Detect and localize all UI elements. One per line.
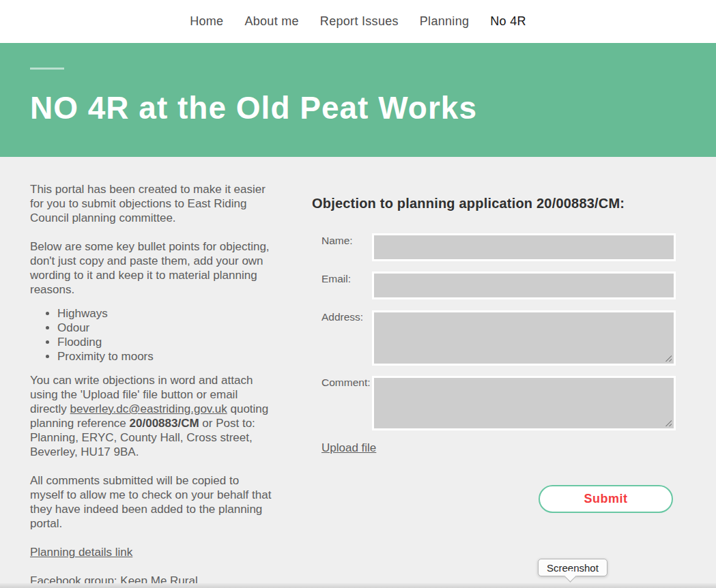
intro-paragraph-1: This portal has been created to make it …: [30, 182, 302, 225]
email-input[interactable]: [372, 271, 676, 299]
intro-paragraph-4: All comments submitted will be copied to…: [30, 473, 302, 531]
planning-reference: 20/00883/CM: [130, 417, 199, 430]
bottom-edge-strip: [0, 583, 716, 588]
intro-column: This portal has been created to make it …: [30, 157, 302, 588]
page: Home About me Report Issues Planning No …: [0, 0, 716, 588]
comment-label: Comment:: [321, 377, 371, 389]
submit-button[interactable]: Submit: [539, 485, 673, 513]
planning-details-row: Planning details link: [30, 545, 302, 559]
intro-paragraph-2: Below are some key bullet points for obj…: [30, 239, 302, 297]
name-label: Name:: [321, 235, 353, 247]
name-input[interactable]: [372, 233, 676, 261]
list-item: Highways: [57, 306, 302, 321]
list-item: Odour: [57, 321, 302, 335]
nav-item-about-me[interactable]: About me: [244, 14, 298, 29]
nav-item-report-issues[interactable]: Report Issues: [320, 14, 399, 29]
list-item: Flooding: [57, 335, 302, 349]
planning-details-link[interactable]: Planning details link: [30, 546, 132, 559]
upload-file-link[interactable]: Upload file: [321, 441, 376, 455]
page-title: NO 4R at the Old Peat Works: [30, 91, 716, 124]
list-item: Proximity to moors: [57, 349, 302, 364]
nav-item-planning[interactable]: Planning: [420, 14, 469, 29]
nav-item-no-4r[interactable]: No 4R: [490, 14, 526, 29]
nav-item-home[interactable]: Home: [190, 14, 223, 29]
email-link[interactable]: beverley.dc@eastriding.gov.uk: [70, 402, 227, 415]
top-navigation: Home About me Report Issues Planning No …: [0, 0, 716, 43]
form-heading: Objection to planning application 20/008…: [312, 196, 625, 211]
address-field-wrap: [372, 310, 676, 366]
objection-points-list: Highways Odour Flooding Proximity to moo…: [30, 306, 302, 364]
address-textarea[interactable]: [372, 310, 676, 366]
hero-banner: NO 4R at the Old Peat Works: [0, 43, 716, 157]
comment-textarea[interactable]: [372, 376, 676, 430]
email-label: Email:: [321, 273, 351, 285]
hero-accent-line: [30, 68, 64, 70]
intro-paragraph-3: You can write objections in word and att…: [30, 373, 302, 459]
comment-field-wrap: [372, 376, 676, 430]
address-label: Address:: [321, 311, 363, 323]
